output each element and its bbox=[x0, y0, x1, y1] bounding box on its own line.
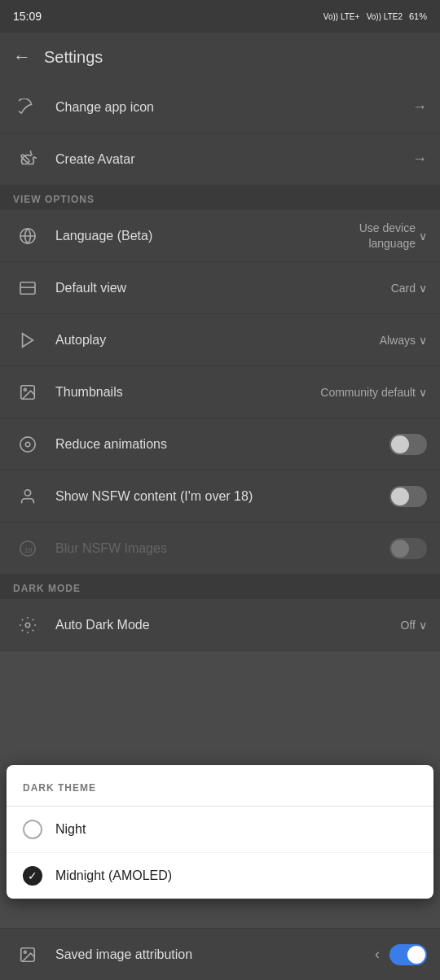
popup-header: DARK THEME bbox=[7, 765, 433, 807]
change-app-icon-label: Change app icon bbox=[55, 100, 412, 115]
saved-image-toggle[interactable] bbox=[389, 944, 427, 965]
settings-item-autoplay[interactable]: Autoplay Always ∨ bbox=[0, 314, 440, 366]
blur-nsfw-icon: 18 bbox=[13, 540, 42, 558]
svg-point-5 bbox=[24, 388, 26, 391]
app-icon-icon bbox=[13, 98, 42, 116]
svg-rect-1 bbox=[20, 282, 35, 293]
settings-item-default-view[interactable]: Default view Card ∨ bbox=[0, 262, 440, 314]
dropdown-icon: ∨ bbox=[419, 619, 427, 632]
popup-option-midnight-label: Midnight (AMOLED) bbox=[55, 868, 172, 883]
default-view-icon bbox=[13, 281, 42, 295]
language-value: Use device language ∨ bbox=[310, 221, 427, 250]
back-button[interactable]: ← bbox=[13, 46, 31, 68]
nsfw-toggle[interactable] bbox=[389, 486, 427, 507]
header: ← Settings bbox=[0, 33, 440, 81]
blur-nsfw-label: Blur NSFW Images bbox=[55, 541, 389, 556]
create-avatar-label: Create Avatar bbox=[55, 152, 412, 167]
dropdown-icon: ∨ bbox=[419, 334, 427, 347]
settings-item-change-app-icon[interactable]: Change app icon → bbox=[0, 81, 440, 133]
blur-nsfw-toggle bbox=[389, 538, 427, 559]
svg-text:18: 18 bbox=[24, 545, 32, 553]
popup-option-midnight[interactable]: ✓ Midnight (AMOLED) bbox=[7, 852, 433, 899]
radio-night[interactable] bbox=[23, 820, 42, 839]
auto-dark-mode-value: Off ∨ bbox=[401, 619, 427, 632]
popup-title: DARK THEME bbox=[23, 782, 96, 794]
check-icon: ✓ bbox=[28, 869, 37, 882]
dark-theme-popup: DARK THEME Night ✓ Midnight (AMOLED) bbox=[7, 765, 433, 899]
dropdown-icon: ∨ bbox=[419, 230, 427, 243]
chevron-left-icon: ‹ bbox=[375, 946, 380, 963]
auto-dark-mode-label: Auto Dark Mode bbox=[55, 618, 401, 632]
dropdown-icon: ∨ bbox=[419, 282, 427, 295]
thumbnails-icon bbox=[13, 383, 42, 401]
arrow-right-icon: → bbox=[412, 98, 427, 116]
bottom-bar: Saved image attribution ‹ bbox=[0, 928, 440, 980]
settings-item-blur-nsfw: 18 Blur NSFW Images bbox=[0, 523, 440, 575]
settings-item-auto-dark-mode[interactable]: Auto Dark Mode Off ∨ bbox=[0, 599, 440, 651]
radio-midnight[interactable]: ✓ bbox=[23, 866, 42, 886]
autoplay-icon bbox=[13, 331, 42, 349]
settings-item-language[interactable]: Language (Beta) Use device language ∨ bbox=[0, 210, 440, 262]
settings-item-thumbnails[interactable]: Thumbnails Community default ∨ bbox=[0, 366, 440, 418]
default-view-label: Default view bbox=[55, 281, 391, 295]
nsfw-icon bbox=[13, 488, 42, 505]
language-label: Language (Beta) bbox=[55, 229, 310, 243]
language-icon bbox=[13, 227, 42, 245]
thumbnails-value: Community default ∨ bbox=[320, 386, 427, 399]
battery-icon: 61% bbox=[409, 11, 427, 21]
svg-point-6 bbox=[20, 436, 35, 451]
svg-marker-3 bbox=[23, 333, 33, 347]
status-icons: Vo)) LTE+ Vo)) LTE2 61% bbox=[323, 11, 427, 21]
svg-point-7 bbox=[25, 442, 30, 447]
page-title: Settings bbox=[44, 48, 103, 67]
thumbnails-label: Thumbnails bbox=[55, 385, 320, 400]
dropdown-icon: ∨ bbox=[419, 386, 427, 399]
default-view-value: Card ∨ bbox=[391, 282, 427, 295]
svg-point-8 bbox=[24, 489, 30, 495]
reduce-animations-toggle[interactable] bbox=[389, 434, 427, 455]
popup-option-night[interactable]: Night bbox=[7, 807, 433, 852]
auto-dark-mode-icon bbox=[13, 616, 42, 634]
autoplay-label: Autoplay bbox=[55, 333, 380, 348]
popup-option-night-label: Night bbox=[55, 822, 86, 837]
avatar-icon bbox=[13, 151, 42, 168]
autoplay-value: Always ∨ bbox=[380, 334, 427, 347]
svg-point-13 bbox=[24, 951, 26, 953]
svg-point-11 bbox=[25, 623, 30, 628]
arrow-right-icon: → bbox=[412, 151, 427, 168]
bottom-item-actions: ‹ bbox=[375, 944, 427, 965]
dark-mode-section-header: DARK MODE bbox=[0, 575, 440, 599]
settings-item-nsfw[interactable]: Show NSFW content (I'm over 18) bbox=[0, 470, 440, 523]
network-icon: Vo)) LTE+ Vo)) LTE2 bbox=[323, 12, 403, 21]
view-options-section-header: VIEW OPTIONS bbox=[0, 186, 440, 210]
nsfw-label: Show NSFW content (I'm over 18) bbox=[55, 489, 389, 504]
settings-list: Change app icon → Create Avatar → VIEW O… bbox=[0, 81, 440, 651]
reduce-animations-icon bbox=[13, 435, 42, 453]
saved-image-icon bbox=[13, 946, 42, 964]
settings-item-create-avatar[interactable]: Create Avatar → bbox=[0, 133, 440, 186]
status-time: 15:09 bbox=[13, 10, 42, 23]
status-bar: 15:09 Vo)) LTE+ Vo)) LTE2 61% bbox=[0, 0, 440, 33]
reduce-animations-label: Reduce animations bbox=[55, 437, 389, 452]
settings-item-reduce-animations[interactable]: Reduce animations bbox=[0, 418, 440, 470]
saved-image-label: Saved image attribution bbox=[55, 947, 375, 962]
